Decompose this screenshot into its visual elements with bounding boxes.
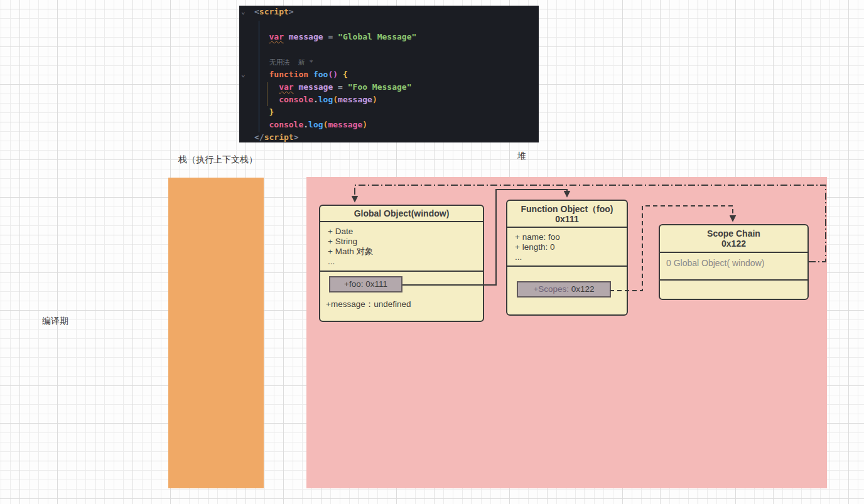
code-lines: <script> var message = "Global Message" …: [254, 6, 539, 142]
whiteboard-canvas[interactable]: ⌄ ⌄ <script> var message = "Global Messa…: [0, 0, 864, 504]
object-property: + length: 0: [515, 242, 627, 252]
compile-time-label[interactable]: 编译期: [42, 316, 68, 327]
object-property: + Date: [328, 227, 483, 237]
function-object-title: Function Object（foo) 0x111: [507, 201, 627, 228]
code-line: console.log(message): [254, 119, 539, 131]
code-line: var message = "Global Message": [254, 31, 539, 43]
global-object-title: Global Object(window): [320, 206, 483, 222]
foo-ref-chip[interactable]: +foo: 0x111: [329, 276, 402, 292]
code-editor-snippet[interactable]: ⌄ ⌄ <script> var message = "Global Messa…: [239, 6, 539, 142]
code-line: [254, 43, 539, 56]
function-object-properties: + name: foo+ length: 0...: [507, 228, 627, 267]
heap-label[interactable]: 堆: [517, 151, 526, 162]
code-line: }: [254, 106, 539, 119]
global-object-box[interactable]: Global Object(window) + Date+ String+ Ma…: [319, 205, 484, 322]
function-object-box[interactable]: Function Object（foo) 0x111 + name: foo+ …: [506, 200, 628, 316]
code-line: console.log(message): [254, 94, 539, 106]
object-property: + name: foo: [515, 232, 627, 242]
fold-chevron-icon[interactable]: ⌄: [241, 70, 250, 79]
code-line: <script>: [254, 6, 539, 18]
object-property: + Math 对象: [328, 247, 483, 257]
scopes-chip-label: +Scopes:: [533, 284, 569, 294]
code-line: [254, 18, 539, 31]
object-property: + String: [328, 237, 483, 247]
scopes-ref-chip[interactable]: +Scopes: 0x122: [517, 281, 611, 298]
function-object-refs: +Scopes: 0x122: [507, 267, 627, 313]
object-property: ...: [515, 252, 627, 262]
stack-region[interactable]: [168, 178, 264, 488]
scopes-chip-value: 0x122: [569, 284, 595, 294]
global-object-refs: +foo: 0x111 +message：undefined: [320, 272, 483, 319]
object-property: ...: [328, 257, 483, 267]
code-line: 无用法 新 *: [254, 56, 539, 68]
code-line: function foo() {: [254, 68, 539, 81]
scope-chain-box[interactable]: Scope Chain 0x122 0 Global Object( windo…: [659, 224, 809, 300]
fold-chevron-icon[interactable]: ⌄: [241, 8, 250, 16]
global-object-properties: + Date+ String+ Math 对象...: [320, 222, 483, 272]
scope-chain-title: Scope Chain 0x122: [660, 225, 807, 253]
scope-chain-entry-empty: [660, 281, 807, 298]
code-line: var message = "Foo Message": [254, 81, 539, 94]
code-line: </script>: [254, 131, 539, 142]
message-undefined-text: +message：undefined: [326, 299, 411, 309]
scope-chain-entry-0: 0 Global Object( window): [660, 253, 807, 281]
stack-label[interactable]: 栈（执行上下文栈）: [178, 154, 257, 166]
